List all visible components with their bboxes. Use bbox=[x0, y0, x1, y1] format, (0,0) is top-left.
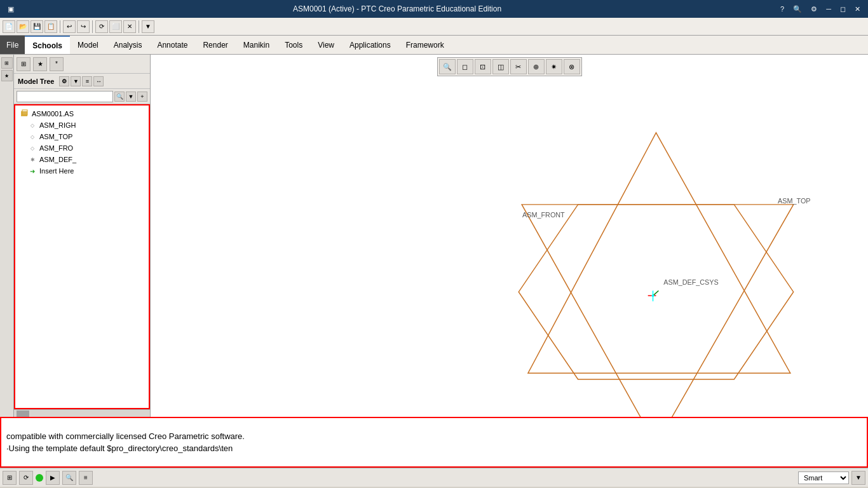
menu-tools[interactable]: Tools bbox=[277, 36, 310, 54]
bottom-right: Smart ▼ bbox=[798, 471, 865, 485]
svg-marker-2 bbox=[528, 133, 790, 373]
svg-point-12 bbox=[652, 294, 654, 297]
svg-text:ASM_TOP: ASM_TOP bbox=[778, 197, 810, 205]
settings-icon[interactable]: ⚙ bbox=[808, 4, 820, 15]
tree-item-asm-def-label: ASM_DEF_ bbox=[39, 156, 76, 163]
left-side-panel: ⊞ ★ bbox=[0, 55, 14, 417]
tree-expand-btn[interactable]: ↔ bbox=[93, 76, 104, 86]
assembly-icon bbox=[20, 109, 29, 118]
main-layout: ⊞ ★ ⊞ ★ * Model Tree ⚙ ▼ ≡ ↔ 🔍 ▼ + bbox=[0, 55, 868, 417]
tree-toggle-btn[interactable]: ▼ bbox=[71, 76, 81, 86]
svg-text:ASM_FRONT: ASM_FRONT bbox=[522, 211, 565, 219]
plane-icon-3: ◇ bbox=[28, 144, 37, 152]
menu-file[interactable]: File bbox=[0, 36, 25, 54]
menu-applications[interactable]: Applications bbox=[342, 36, 398, 54]
save-button[interactable]: 💾 bbox=[31, 20, 43, 33]
panel-icon-2[interactable]: ★ bbox=[33, 57, 47, 71]
model-tree-header: Model Tree ⚙ ▼ ≡ ↔ bbox=[14, 74, 150, 89]
bottom-icon-2[interactable]: ⟳ bbox=[19, 471, 33, 485]
side-icon-1[interactable]: ⊞ bbox=[1, 57, 13, 69]
separator-3 bbox=[139, 20, 139, 33]
model-tree-content: ASM0001.AS ◇ ASM_RIGH ◇ ASM_TOP ◇ ASM_FR… bbox=[14, 104, 150, 409]
viewport-canvas: ASM_FRONT ASM_TOP ASM_RIGHT ASM_DEF_CSYS bbox=[151, 55, 868, 417]
csys-icon: ✱ bbox=[28, 155, 37, 164]
insert-icon: ➜ bbox=[28, 166, 37, 175]
help-icon[interactable]: ? bbox=[778, 4, 787, 14]
restore-button[interactable]: ◻ bbox=[837, 4, 848, 15]
window-controls: ? 🔍 ⚙ ─ ◻ ✕ bbox=[778, 4, 863, 15]
panel-icon-1[interactable]: ⊞ bbox=[17, 57, 31, 71]
tree-settings-btn[interactable]: ⚙ bbox=[59, 76, 69, 86]
status-area: compatible with commercially licensed Cr… bbox=[0, 417, 868, 468]
separator-1 bbox=[60, 20, 60, 33]
bottom-icon-1[interactable]: ⊞ bbox=[3, 471, 17, 485]
tree-item-asm-front[interactable]: ◇ ASM_FRO bbox=[15, 142, 149, 154]
switch-window-button[interactable]: ⬜ bbox=[109, 20, 122, 33]
undo-button[interactable]: ↩ bbox=[63, 20, 76, 33]
tree-item-asm-right-label: ASM_RIGH bbox=[39, 121, 76, 129]
side-icon-2[interactable]: ★ bbox=[1, 70, 13, 81]
tree-item-asm0001[interactable]: ASM0001.AS bbox=[15, 108, 149, 119]
menu-analysis[interactable]: Analysis bbox=[106, 36, 150, 54]
tree-menu-btn[interactable]: ≡ bbox=[82, 76, 92, 86]
plane-icon-2: ◇ bbox=[28, 132, 37, 141]
plane-icon-1: ◇ bbox=[28, 121, 37, 130]
layers-button[interactable]: ≡ bbox=[79, 471, 93, 485]
menu-annotate[interactable]: Annotate bbox=[149, 36, 195, 54]
title-bar: ▣ ASM0001 (Active) - PTC Creo Parametric… bbox=[0, 0, 868, 18]
tree-item-insert-here[interactable]: ➜ Insert Here bbox=[15, 165, 149, 177]
model-tree-title: Model Tree bbox=[18, 78, 54, 85]
tree-item-insert-here-label: Insert Here bbox=[39, 167, 74, 175]
status-line-2: ·Using the template default $pro_directo… bbox=[1, 442, 867, 454]
tree-search-input[interactable] bbox=[17, 91, 113, 102]
svg-text:ASM_DEF_CSYS: ASM_DEF_CSYS bbox=[663, 278, 718, 286]
tree-item-asm-front-label: ASM_FRO bbox=[39, 144, 73, 152]
status-line-1: compatible with commercially licensed Cr… bbox=[1, 430, 867, 442]
bottom-left: ⊞ ⟳ ▶ 🔍 ≡ bbox=[3, 471, 93, 485]
3d-model-svg: ASM_FRONT ASM_TOP ASM_RIGHT ASM_DEF_CSYS bbox=[151, 55, 868, 417]
left-panel: ⊞ ★ * Model Tree ⚙ ▼ ≡ ↔ 🔍 ▼ + bbox=[14, 55, 151, 417]
tree-search-bar: 🔍 ▼ + bbox=[14, 89, 150, 104]
tree-search-btn[interactable]: 🔍 bbox=[114, 92, 125, 102]
open-button[interactable]: 📂 bbox=[17, 20, 29, 33]
new-button[interactable]: 📄 bbox=[3, 20, 15, 33]
menu-model[interactable]: Model bbox=[70, 36, 106, 54]
tree-item-asm-top-label: ASM_TOP bbox=[39, 133, 72, 140]
tree-filter-btn[interactable]: ▼ bbox=[126, 92, 136, 102]
close-window-button[interactable]: ✕ bbox=[123, 20, 136, 33]
title-bar-left: ▣ bbox=[5, 4, 17, 15]
menu-framework[interactable]: Framework bbox=[398, 36, 452, 54]
bottom-toolbar: ⊞ ⟳ ▶ 🔍 ≡ Smart ▼ bbox=[0, 468, 868, 487]
tree-item-asm-def[interactable]: ✱ ASM_DEF_ bbox=[15, 154, 149, 165]
tree-add-btn[interactable]: + bbox=[137, 92, 147, 102]
menu-manikin[interactable]: Manikin bbox=[236, 36, 277, 54]
smart-dropdown-btn[interactable]: ▼ bbox=[851, 471, 865, 485]
tree-item-asm-right[interactable]: ◇ ASM_RIGH bbox=[15, 119, 149, 131]
tree-scrollbar[interactable] bbox=[14, 409, 150, 417]
menu-view[interactable]: View bbox=[310, 36, 342, 54]
smart-select[interactable]: Smart bbox=[798, 471, 849, 484]
regenerate-button[interactable]: ⟳ bbox=[95, 20, 108, 33]
play-button[interactable]: ▶ bbox=[46, 471, 60, 485]
window-title: ASM0001 (Active) - PTC Creo Parametric E… bbox=[17, 4, 778, 13]
menu-schools[interactable]: Schools bbox=[25, 36, 70, 54]
scrollbar-thumb[interactable] bbox=[17, 410, 29, 417]
3d-viewport[interactable]: 🔍 ◻ ⊡ ◫ ✂ ⊕ ✷ ⊗ ASM_FRONT AS bbox=[151, 55, 868, 417]
search-icon[interactable]: 🔍 bbox=[790, 4, 804, 15]
app-icon: ▣ bbox=[5, 4, 17, 15]
separator-2 bbox=[92, 20, 93, 33]
save-copy-button[interactable]: 📋 bbox=[44, 20, 57, 33]
menu-bar: File Schools Model Analysis Annotate Ren… bbox=[0, 36, 868, 55]
svg-marker-4 bbox=[519, 205, 793, 379]
search-bottom-button[interactable]: 🔍 bbox=[62, 471, 76, 485]
menu-render[interactable]: Render bbox=[195, 36, 235, 54]
tree-item-asm-top[interactable]: ◇ ASM_TOP bbox=[15, 131, 149, 142]
panel-top-icons: ⊞ ★ * bbox=[14, 55, 150, 74]
quick-access-toolbar: 📄 📂 💾 📋 ↩ ↪ ⟳ ⬜ ✕ ▼ bbox=[0, 18, 868, 36]
close-button[interactable]: ✕ bbox=[852, 4, 863, 15]
minimize-button[interactable]: ─ bbox=[824, 4, 834, 14]
extra-button[interactable]: ▼ bbox=[142, 20, 154, 33]
status-indicator bbox=[36, 474, 43, 482]
panel-icon-3[interactable]: * bbox=[50, 57, 64, 71]
redo-button[interactable]: ↪ bbox=[77, 20, 90, 33]
